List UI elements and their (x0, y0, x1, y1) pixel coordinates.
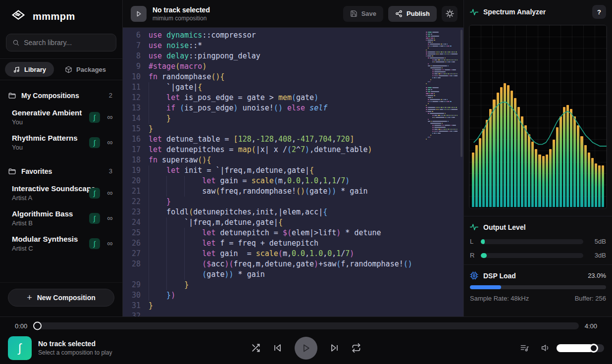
code-line[interactable]: 17let detunepitches = map(|x| x /(2^7),d… (123, 145, 463, 155)
next-button[interactable] (330, 343, 339, 353)
mimium-badge-icon: ∫ (89, 213, 100, 224)
folder-icon (8, 91, 16, 100)
activity-icon (470, 8, 478, 16)
shuffle-button[interactable] (251, 343, 260, 353)
code-line[interactable]: 16let detune_table = [128,-128,408,-417,… (123, 134, 463, 145)
code-line[interactable]: 9#stage(macro) (123, 61, 463, 72)
code-line[interactable]: 14} (123, 113, 463, 124)
seek-handle[interactable] (33, 322, 42, 330)
code-line[interactable]: 30}) (123, 290, 463, 301)
code-line[interactable]: 24`|freq,m,detune,gate|{ (123, 217, 463, 228)
code-line[interactable]: 29} (123, 280, 463, 290)
code-line[interactable]: 7use noise::* (123, 41, 463, 51)
list-item[interactable]: Modular SynthesisArtist C∫∞ (0, 231, 122, 256)
code-line[interactable]: 6use dynamics::compressor (123, 30, 463, 41)
new-composition-button[interactable]: + New Composition (8, 289, 114, 307)
list-item[interactable]: Interactive SoundscapeArtist A∫∞ (0, 180, 122, 206)
code-line[interactable]: 27let gain = scale(m,0.0,1.0,0,1/7) (123, 249, 463, 259)
line-number: 26 (123, 238, 149, 249)
line-number: 9 (123, 61, 149, 72)
code-line[interactable]: (gate)) * gain (123, 269, 463, 280)
code-line[interactable]: 8use delay::pingpong_delay (123, 51, 463, 61)
list-item[interactable]: Rhythmic PatternsYou∫∞ (0, 130, 122, 155)
settings-button[interactable] (442, 6, 458, 22)
list-item[interactable]: Generative AmbientYou∫∞ (0, 104, 122, 130)
indent-guide (184, 176, 202, 186)
seek-bar[interactable] (33, 322, 578, 329)
indent-guide (149, 113, 166, 124)
code-line[interactable]: 25let detunepitch = $(elem|>lift) * detu… (123, 228, 463, 238)
app-logo-icon (10, 8, 27, 25)
composition-title: Algorithmic Bass (12, 209, 89, 218)
line-number: 24 (123, 217, 149, 228)
plus-icon: + (27, 293, 32, 303)
indent-guide (149, 259, 166, 269)
now-playing-subtitle: Select a composition to play (38, 349, 112, 356)
composition-title: Interactive Soundscape (12, 184, 89, 193)
volume-handle[interactable] (589, 344, 598, 353)
search-box (6, 34, 116, 52)
indent-guide (166, 176, 184, 186)
indent-guide (149, 197, 166, 207)
indent-guide (149, 217, 166, 228)
editor-scrollbar[interactable] (459, 28, 463, 316)
previous-button[interactable] (273, 343, 282, 353)
code-editor[interactable]: 6use dynamics::compressor7use noise::*8u… (123, 28, 463, 316)
code-line[interactable]: 19let init = `|freq,m,detune,gate|{ (123, 165, 463, 176)
help-button[interactable]: ? (592, 5, 606, 19)
volume-icon[interactable] (541, 343, 551, 353)
code-line[interactable]: 11`|gate|{ (123, 82, 463, 93)
section-header[interactable]: My Compositions2 (0, 87, 122, 104)
scrollbar-thumb[interactable] (460, 30, 462, 157)
skip-forward-icon (330, 343, 339, 353)
save-button[interactable]: Save (343, 6, 383, 22)
meter-right: R 3dB (470, 252, 606, 259)
section-header[interactable]: Favorites3 (0, 163, 122, 180)
queue-button[interactable] (520, 343, 529, 353)
code-line[interactable]: 18fn supersaw(){ (123, 155, 463, 165)
right-panel: Spectrum Analyzer ? Output Level L 5dB R (463, 0, 612, 316)
infinity-icon: ∞ (105, 189, 114, 198)
indent-guide (149, 290, 166, 301)
mimium-badge-icon: ∫ (89, 188, 100, 199)
meter-right-track (481, 253, 583, 258)
indent-guide (184, 249, 202, 259)
play-icon (301, 343, 311, 353)
code-line[interactable]: 28($acc)(freq,m,detune,gate)+saw(f,rando… (123, 259, 463, 269)
code-line[interactable]: 10fn randomphase(){ (123, 72, 463, 82)
line-number: 32 (123, 311, 149, 316)
tab-library-label: Library (24, 66, 46, 73)
meter-left-label: L (470, 238, 476, 245)
publish-label: Publish (407, 10, 430, 17)
infinity-icon: ∞ (105, 239, 114, 248)
indent-guide (166, 259, 184, 269)
list-item[interactable]: Algorithmic BassArtist B∫∞ (0, 206, 122, 231)
code-line[interactable]: 32 (123, 311, 463, 316)
code-line[interactable]: 12let is_pos_edge = gate > mem(gate) (123, 93, 463, 103)
share-icon (395, 10, 403, 17)
code-line[interactable]: 31} (123, 301, 463, 311)
code-area[interactable]: 6use dynamics::compressor7use noise::*8u… (123, 28, 463, 316)
repeat-button[interactable] (352, 343, 361, 353)
shuffle-icon (251, 343, 260, 353)
editor-minimap[interactable] (426, 32, 458, 143)
line-number: 31 (123, 301, 149, 311)
code-line[interactable]: 21saw(freq,randomphase!()(gate)) * gain (123, 186, 463, 197)
meter-left-value: 5dB (588, 238, 606, 245)
tab-library[interactable]: Library (5, 62, 54, 77)
indent-guide (149, 280, 166, 290)
play-button[interactable] (295, 337, 317, 360)
code-line[interactable]: 26let f = freq + detunepitch (123, 238, 463, 249)
code-line[interactable]: 13if (is_pos_edge) unoise!() else self (123, 103, 463, 113)
code-line[interactable]: 22} (123, 197, 463, 207)
tab-packages[interactable]: Packages (57, 62, 114, 77)
publish-button[interactable]: Publish (388, 6, 437, 22)
output-level-section: Output Level L 5dB R 3dB (464, 216, 612, 264)
volume-slider[interactable] (557, 344, 604, 352)
code-line[interactable]: 23foldl(detunepitches,init,|elem,acc|{ (123, 207, 463, 217)
track-thumbnail-play[interactable] (131, 6, 147, 22)
search-input[interactable] (24, 39, 110, 47)
indent-guide (149, 228, 166, 238)
code-line[interactable]: 20let gain = scale(m,0.0,1.0,1,1/7) (123, 176, 463, 186)
code-line[interactable]: 15} (123, 124, 463, 134)
